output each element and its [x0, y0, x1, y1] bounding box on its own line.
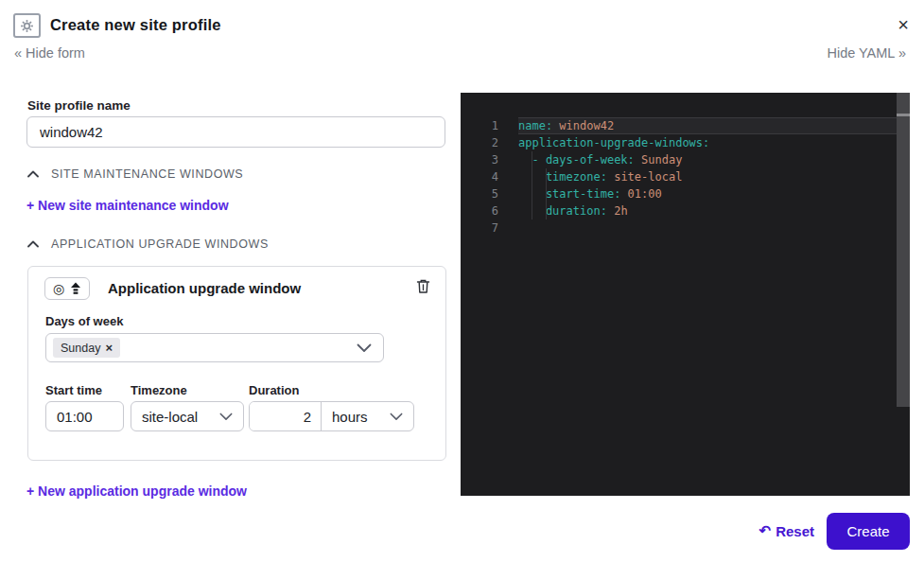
chip-remove-icon[interactable]: ×	[105, 341, 113, 355]
reset-button[interactable]: ↶ Reset	[759, 522, 814, 539]
chevron-up-icon	[27, 170, 39, 178]
timezone-select[interactable]: site-local	[131, 401, 244, 431]
site-profile-name-input[interactable]	[26, 116, 445, 148]
duration-unit-value: hours	[332, 409, 368, 425]
duration-field-group: hours	[249, 401, 414, 431]
hide-yaml-link[interactable]: Hide YAML »	[827, 45, 906, 61]
timezone-value: site-local	[142, 409, 198, 425]
section-title: APPLICATION UPGRADE WINDOWS	[51, 237, 269, 251]
upgrade-type-badge: ◎	[44, 277, 90, 300]
editor-line: 6 duration: 2h	[461, 202, 910, 220]
chip-label: Sunday	[61, 342, 100, 355]
selected-day-chip: Sunday ×	[53, 338, 120, 358]
card-title: Application upgrade window	[108, 280, 301, 296]
create-site-profile-dialog: Create new site profile × « Hide form Hi…	[0, 0, 924, 562]
duration-value-input[interactable]	[250, 402, 321, 430]
editor-line: 4 timezone: site-local	[461, 168, 910, 185]
section-application-upgrade-windows[interactable]: APPLICATION UPGRADE WINDOWS	[27, 237, 269, 251]
site-profile-icon	[13, 13, 41, 38]
yaml-editor-lines: 1name: window422application-upgrade-wind…	[461, 93, 910, 237]
days-of-week-select[interactable]: Sunday ×	[45, 333, 384, 362]
target-icon: ◎	[53, 282, 64, 295]
editor-line: 3 - days-of-week: Sunday	[461, 151, 910, 168]
duration-unit-select[interactable]: hours	[321, 402, 413, 430]
section-site-maintenance-windows[interactable]: SITE MAINTENANCE WINDOWS	[27, 167, 243, 181]
chevron-down-icon	[357, 343, 372, 353]
section-title: SITE MAINTENANCE WINDOWS	[51, 167, 243, 181]
new-site-maintenance-window-link[interactable]: + New site maintenance window	[26, 198, 229, 213]
editor-scrollbar-thumb[interactable]	[897, 93, 910, 407]
editor-line: 2application-upgrade-windows:	[461, 134, 910, 151]
days-of-week-label: Days of week	[45, 314, 123, 328]
new-application-upgrade-window-link[interactable]: + New application upgrade window	[26, 483, 247, 499]
start-time-label: Start time	[45, 383, 102, 397]
trash-icon[interactable]	[415, 278, 431, 294]
undo-icon: ↶	[759, 522, 772, 539]
application-upgrade-window-card: ◎ Application upgrade window Days of wee…	[27, 266, 446, 461]
editor-line: 7	[461, 220, 910, 237]
gear-icon	[20, 19, 34, 33]
duration-label: Duration	[249, 383, 299, 397]
start-time-input[interactable]	[45, 401, 124, 431]
reset-label: Reset	[776, 523, 814, 539]
site-profile-name-label: Site profile name	[27, 98, 131, 113]
chevron-down-icon	[390, 413, 403, 421]
editor-overview-marker	[897, 114, 910, 116]
upgrade-arrow-icon	[70, 282, 81, 295]
editor-line: 1name: window42	[461, 117, 910, 134]
chevron-down-icon	[219, 413, 233, 421]
indent-guide	[532, 151, 532, 220]
create-button[interactable]: Create	[827, 513, 910, 550]
timezone-label: Timezone	[131, 383, 187, 397]
indent-guide	[546, 168, 547, 220]
page-title: Create new site profile	[50, 16, 221, 34]
yaml-editor[interactable]: 1name: window422application-upgrade-wind…	[461, 93, 910, 496]
editor-line: 5 start-time: 01:00	[461, 185, 910, 202]
chevron-up-icon	[27, 240, 39, 248]
close-icon[interactable]: ×	[892, 13, 915, 36]
hide-form-link[interactable]: « Hide form	[14, 45, 85, 61]
